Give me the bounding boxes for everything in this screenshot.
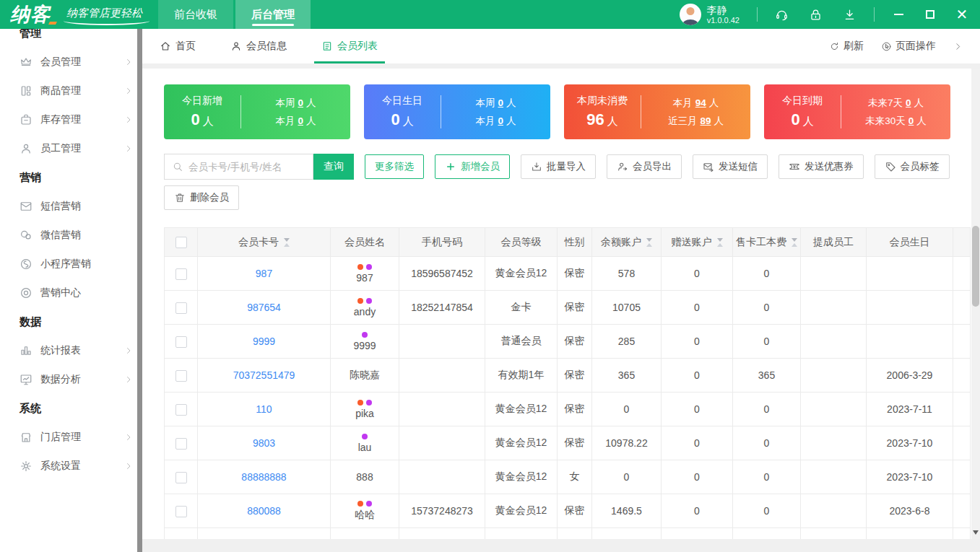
sidebar-item-会员管理[interactable]: 会员管理 [0,48,142,76]
sort-desc-icon[interactable] [646,238,652,242]
sidebar-item-数据分析[interactable]: 数据分析 [0,365,142,394]
column-header-会员卡号[interactable]: 会员卡号 [198,228,331,257]
tag-dot-purple [362,434,368,439]
row-checkbox[interactable] [175,370,187,382]
stat-card-今日新增: 今日新增0人本周0人本月0人 [164,84,350,139]
sidebar-item-商品管理[interactable]: 商品管理 [0,76,142,105]
chevron-right-icon [124,115,133,124]
button-label: 新增会员 [461,160,500,173]
sidebar-scrollbar-thumb[interactable] [137,29,142,552]
lock-icon[interactable] [809,8,823,22]
sort-carets-icon[interactable] [792,238,797,247]
cell-clipped [953,393,971,426]
cell-balance: 0 [592,460,662,494]
main-scrollbar[interactable] [971,69,980,539]
sort-asc-icon[interactable] [646,243,652,247]
发送优惠券-button[interactable]: 发送优惠券 [779,154,864,179]
column-header-售卡工本费[interactable]: 售卡工本费 [733,228,801,257]
row-checkbox[interactable] [175,404,187,416]
download-icon[interactable] [843,8,857,22]
新增会员-button[interactable]: 新增会员 [435,154,510,179]
headset-icon[interactable] [775,8,789,22]
member-card-no-link[interactable]: 110 [256,403,272,415]
search-input[interactable] [188,162,305,172]
会员导出-button[interactable]: 会员导出 [607,154,682,179]
stat-sub-link[interactable]: 0 [498,97,503,108]
批量导入-button[interactable]: 批量导入 [521,154,596,179]
column-label: 性别 [565,236,585,249]
scroll-down-arrow-icon[interactable] [971,527,980,538]
stat-sub-link[interactable]: 89 [700,115,711,126]
chevron-right-icon[interactable] [953,42,963,51]
main-scrollbar-thumb[interactable] [972,226,979,307]
sort-carets-icon[interactable] [284,238,290,247]
close-icon[interactable]: ✕ [955,8,968,21]
stat-sub-link[interactable]: 94 [695,97,706,108]
stat-sub-link[interactable]: 0 [298,115,303,126]
stat-sub-link[interactable]: 0 [909,115,914,126]
sort-asc-icon[interactable] [792,243,797,247]
sort-carets-icon[interactable] [717,238,723,247]
row-checkbox-cell [165,528,198,540]
column-header-checkbox[interactable] [165,228,198,257]
refresh-label: 刷新 [844,40,864,53]
refresh-button[interactable]: 刷新 [829,40,864,53]
user-account[interactable]: 李静 v1.0.0.42 [680,4,740,25]
sidebar-item-系统设置[interactable]: 系统设置 [0,452,142,481]
wechat-icon [19,229,32,242]
cell-phone [399,325,485,359]
stat-sub-link[interactable]: 0 [906,97,911,108]
发送短信-button[interactable]: 发送短信 [693,154,768,179]
member-card-no-link[interactable]: 880088 [247,505,281,517]
tab-会员列表[interactable]: 会员列表 [321,29,378,63]
sort-asc-icon[interactable] [717,243,723,247]
query-button[interactable]: 查询 [313,154,354,180]
sort-carets-icon[interactable] [646,238,652,247]
select-all-checkbox[interactable] [175,237,187,248]
topbar-tab-后台管理[interactable]: 后台管理 [235,0,311,29]
sidebar-item-库存管理[interactable]: 库存管理 [0,105,142,134]
sidebar-item-营销中心[interactable]: 营销中心 [0,279,142,307]
sidebar-item-小程序营销[interactable]: 小程序营销 [0,250,142,279]
member-card-no-link[interactable]: 987654 [247,302,281,313]
sort-desc-icon[interactable] [284,238,290,242]
tab-会员信息[interactable]: 会员信息 [230,29,287,63]
sidebar-item-短信营销[interactable]: 短信营销 [0,192,142,221]
sidebar-item-微信营销[interactable]: 微信营销 [0,221,142,250]
sidebar-item-统计报表[interactable]: 统计报表 [0,336,142,365]
row-checkbox[interactable] [175,268,187,280]
page-operations-button[interactable]: 页面操作 [881,40,936,53]
column-header-余额账户[interactable]: 余额账户 [592,228,662,257]
cell-birthday [867,528,953,540]
member-card-no-link[interactable]: 9999 [253,336,275,347]
sort-desc-icon[interactable] [792,238,797,242]
row-checkbox[interactable] [175,336,187,348]
topbar-tab-前台收银[interactable]: 前台收银 [158,0,233,29]
sort-asc-icon[interactable] [284,243,290,247]
sidebar-item-员工管理[interactable]: 员工管理 [0,134,142,163]
tab-label: 会员列表 [337,40,378,53]
sidebar-item-门店管理[interactable]: 门店管理 [0,423,142,452]
member-card-no-link[interactable]: 70372551479 [233,369,295,381]
删除会员-button[interactable]: 删除会员 [164,185,239,210]
member-card-no-link[interactable]: 88888888 [241,471,286,483]
会员标签-button[interactable]: 会员标签 [875,154,950,179]
更多筛选-button[interactable]: 更多筛选 [365,154,424,179]
stat-sub-link[interactable]: 0 [498,115,503,126]
sort-desc-icon[interactable] [717,238,723,242]
minimize-icon[interactable] [892,8,905,21]
member-card-no-link[interactable]: 9803 [253,437,275,449]
row-checkbox[interactable] [175,506,187,517]
cell-gift: 0 [662,291,733,325]
member-card-no-link[interactable]: 987 [256,268,272,279]
topbar-right: 李静 v1.0.0.42 ✕ [680,0,980,29]
tab-首页[interactable]: 首页 [160,29,196,63]
row-checkbox[interactable] [175,438,187,450]
stat-sub-link[interactable]: 0 [298,97,303,108]
row-checkbox[interactable] [175,472,187,483]
sidebar-scrollbar[interactable] [137,29,142,552]
row-checkbox-cell [165,359,198,393]
maximize-icon[interactable] [924,8,937,21]
column-header-赠送账户[interactable]: 赠送账户 [662,228,733,257]
row-checkbox[interactable] [175,302,187,314]
